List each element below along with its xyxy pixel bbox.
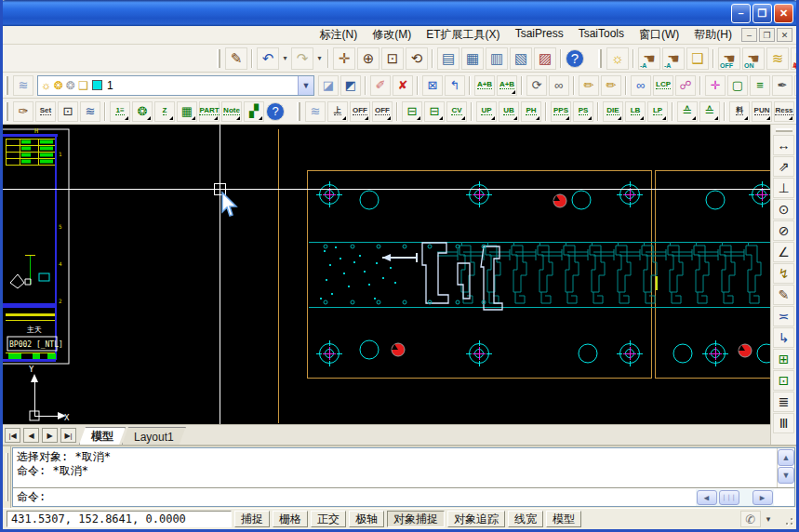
pencil-edit2-icon[interactable]: ✏ — [601, 75, 621, 96]
layers-stack2-icon[interactable]: ≋ — [305, 101, 326, 122]
command-window-body[interactable]: 选择对象: *取消*命令: *取消* ▲ ▼ 命令: ◀ ||| ▶ — [12, 447, 795, 507]
hscroll-thumb[interactable]: ||| — [719, 490, 739, 505]
layer-on-icon[interactable]: ☚ON — [742, 47, 765, 70]
command-vscrollbar[interactable]: ▲ ▼ — [777, 448, 794, 487]
z-fold-icon[interactable]: Z — [154, 101, 175, 122]
toolbar-grip[interactable] — [5, 76, 8, 95]
command-prompt-row[interactable]: 命令: ◀ ||| ▶ — [13, 487, 794, 506]
menu-item-5[interactable]: 窗口(W) — [632, 25, 686, 45]
pun-icon[interactable]: PUN — [752, 101, 772, 122]
center-target-icon[interactable]: ✛ — [705, 75, 726, 96]
tool-palettes-icon[interactable]: ▥ — [486, 47, 508, 70]
toolbar-grip[interactable] — [297, 102, 300, 121]
layer-combo-dropdown-arrow[interactable]: ▼ — [298, 76, 313, 95]
part-note-icon[interactable]: PART — [199, 101, 220, 122]
undo-icon[interactable]: ↶ — [257, 47, 279, 70]
material-icon[interactable]: 料 — [729, 101, 750, 122]
help2-icon[interactable]: ? — [266, 102, 285, 121]
up-punch-icon[interactable]: UP — [476, 101, 497, 122]
design-center-icon[interactable]: ▦ — [461, 47, 484, 70]
off-lines-icon[interactable]: OFF — [372, 101, 393, 122]
dim-linear-icon[interactable]: ↔ — [773, 135, 794, 155]
up-icon[interactable]: 上 — [327, 101, 348, 122]
lp-icon[interactable]: LP — [647, 101, 668, 122]
layer-combo[interactable]: ☼❂❂❑1▼ — [37, 75, 314, 96]
command-prompt[interactable]: 命令: — [17, 489, 46, 505]
set-icon[interactable]: Set — [35, 101, 56, 122]
block-delete-icon[interactable]: ⊠ — [422, 75, 443, 96]
scroll-left-button[interactable]: ◀ — [697, 490, 717, 505]
window-close-button[interactable]: ✕ — [774, 4, 793, 23]
green-pen-icon[interactable]: ✒ — [772, 75, 792, 96]
scroll-up-button[interactable]: ▲ — [778, 449, 794, 466]
dim-a-plus-b-pick-icon[interactable]: A+B — [497, 75, 517, 96]
press-text-icon[interactable]: Ress — [774, 101, 794, 122]
layer-thaw-sun-icon[interactable]: ❂ — [54, 80, 63, 91]
toggle-捕捉[interactable]: 捕捉 — [234, 511, 270, 527]
green-window-icon[interactable]: ▢ — [727, 75, 748, 96]
make-object-layer-current-icon[interactable]: ◪ — [318, 75, 339, 96]
zoom-realtime-icon[interactable]: ⊕ — [357, 47, 380, 70]
tab-last-button[interactable]: ▶| — [60, 428, 76, 443]
tab-prev-button[interactable]: ◀ — [23, 428, 39, 443]
tab-next-button[interactable]: ▶ — [42, 428, 58, 443]
menu-item-6[interactable]: 帮助(H) — [686, 25, 739, 45]
dim-edit-icon[interactable]: ≣ — [773, 392, 794, 412]
dim-continue-icon[interactable]: ↳ — [773, 327, 794, 348]
dim-aligned-icon[interactable]: ⇗ — [773, 156, 794, 177]
scroll-down-button[interactable]: ▼ — [778, 467, 794, 484]
sketch-icon[interactable]: ✎ — [225, 47, 247, 70]
layer-isolate-icon[interactable]: ☚-A — [638, 47, 660, 70]
dim-center-mark-icon[interactable]: ⊡ — [773, 370, 794, 391]
menu-item-1[interactable]: 修改(M) — [365, 25, 419, 45]
chain-points-icon[interactable]: ☍ — [675, 75, 696, 96]
toolbar-grip[interactable] — [5, 102, 8, 121]
toggle-栅格[interactable]: 栅格 — [273, 511, 308, 527]
lb-icon[interactable]: LB — [625, 101, 646, 122]
undo-flyout-arrow[interactable]: ▾ — [280, 47, 290, 70]
layer-off-icon[interactable]: ☚OFF — [718, 47, 740, 70]
statusbar-menu-arrow[interactable]: ▾ — [761, 514, 776, 524]
toolbar-grip[interactable] — [217, 49, 220, 68]
tab-Layout1[interactable]: Layout1 — [122, 427, 186, 445]
globe-layers-icon[interactable]: ❂ — [132, 101, 153, 122]
lcp-icon[interactable]: LCP — [653, 75, 673, 96]
brush-icon[interactable]: ✑ — [13, 101, 33, 122]
die-icon[interactable]: DIE — [603, 101, 623, 122]
dim-baseline-icon[interactable]: ≍ — [773, 306, 794, 326]
layer-vp-freeze-icon[interactable]: ❂ — [66, 80, 75, 91]
die-section-icon[interactable]: ⊟ — [402, 101, 422, 122]
menu-item-0[interactable]: 标注(N) — [313, 25, 366, 45]
erase-red-icon[interactable]: ✘ — [393, 75, 413, 96]
dim-diameter-icon[interactable]: ⊘ — [773, 220, 794, 241]
toggle-模型[interactable]: 模型 — [546, 511, 581, 527]
redo-icon[interactable]: ↷ — [291, 47, 313, 70]
circles-copy-icon[interactable]: ∞ — [549, 75, 569, 96]
sheet-set-manager-icon[interactable]: ▧ — [510, 47, 532, 70]
toggle-线宽[interactable]: 线宽 — [508, 511, 543, 527]
circles-blue-icon[interactable]: ∞ — [631, 75, 651, 96]
dim-a-plus-b-icon[interactable]: A+B — [474, 75, 495, 96]
toolbar-grip[interactable] — [598, 49, 602, 68]
ub-icon[interactable]: UB — [499, 101, 519, 122]
folder-single-icon[interactable]: ❐单 — [791, 47, 796, 70]
layer-color-swatch[interactable] — [92, 80, 102, 90]
menu-item-4[interactable]: TsaiTools — [571, 25, 632, 45]
help-icon[interactable]: ? — [566, 49, 584, 68]
child-close-button[interactable]: ✕ — [777, 28, 792, 42]
window-maximize-button[interactable]: ❐ — [752, 4, 772, 23]
window-minimize-button[interactable]: – — [731, 4, 751, 23]
drawing-canvas[interactable]: H1542主天BP002 [_NTL]YX — [3, 125, 770, 424]
ph-icon[interactable]: PH — [521, 101, 541, 122]
tab-first-button[interactable]: |◀ — [5, 428, 20, 443]
layer-unisolate-icon[interactable]: ☚-A — [662, 47, 685, 70]
zoom-window-icon[interactable]: ⊡ — [381, 47, 404, 70]
circles-rotate-icon[interactable]: ⟳ — [526, 75, 547, 96]
tab-模型[interactable]: 模型 — [79, 427, 126, 445]
scroll-right-button[interactable]: ▶ — [752, 490, 773, 505]
markup-set-manager-icon[interactable]: ▨ — [534, 47, 556, 70]
command-hscrollbar[interactable]: ◀ ||| ▶ — [696, 489, 774, 506]
layer-previous-icon[interactable]: ◩ — [340, 75, 361, 96]
toggle-极轴[interactable]: 极轴 — [349, 511, 384, 527]
dimension-toolbar-grip[interactable] — [776, 128, 792, 132]
